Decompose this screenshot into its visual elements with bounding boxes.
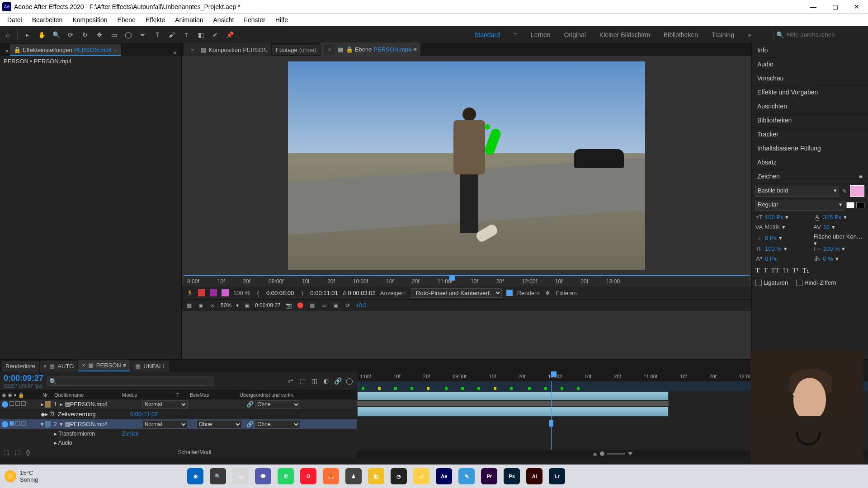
menu-animation[interactable]: Animation (170, 15, 208, 24)
safe-icon[interactable]: ▣ (332, 302, 340, 309)
panel-menu-icon[interactable]: ≡ (859, 173, 863, 180)
panel-info[interactable]: Info (752, 43, 868, 57)
taskbar-app1-icon[interactable]: ♟ (345, 468, 362, 484)
in-point-value[interactable]: 0:00:08:00 (266, 290, 294, 296)
font-style-select[interactable]: Regular ▾ (755, 200, 844, 211)
workspace-kleiner[interactable]: Kleiner Bildschirm (599, 31, 650, 38)
tab-person[interactable]: × ▦ PERSON ≡ (78, 360, 130, 371)
zoom-value[interactable]: 50% (221, 302, 231, 309)
kerning-value[interactable]: Metrik (765, 224, 780, 230)
taskbar-teams-icon[interactable]: 💬 (255, 468, 271, 484)
minimize-button[interactable]: — (809, 3, 818, 10)
zoom-tool-icon[interactable]: 🔍 (51, 30, 61, 40)
panel-tracker[interactable]: Tracker (752, 127, 868, 141)
grid-icon[interactable]: ▦ (309, 302, 316, 309)
trkmat-select[interactable]: Ohne (197, 420, 242, 428)
taskbar-lightroom-icon[interactable]: Lr (549, 468, 565, 484)
panel-bibliotheken[interactable]: Bibliotheken (752, 113, 868, 127)
orbit-tool-icon[interactable]: ⟳ (66, 30, 75, 40)
red-swatch-icon[interactable] (198, 289, 205, 296)
tab-footage[interactable]: Footage (ohne) (272, 45, 320, 55)
exposure-value[interactable]: +0,0 (356, 302, 367, 309)
audio-row[interactable]: ▸ Audio (0, 438, 357, 447)
close-icon[interactable]: × (187, 45, 198, 55)
video-preview[interactable] (288, 61, 645, 270)
menu-ebene[interactable]: Ebene (113, 15, 140, 24)
footer-timecode[interactable]: 0:00:09:27 (255, 302, 281, 309)
brush-tool-icon[interactable]: 🖌 (167, 30, 177, 40)
tab-ebene[interactable]: × ▦ 🔒 Ebene PERSON.mp4 ≡ (321, 42, 420, 57)
bold-button[interactable]: T (755, 267, 760, 275)
in-bracket-icon[interactable]: { (255, 289, 262, 296)
menu-hilfe[interactable]: Hilfe (271, 15, 292, 24)
guides-icon[interactable]: ▭ (321, 302, 328, 309)
taskbar-obs-icon[interactable]: ◔ (391, 468, 407, 484)
eraser-tool-icon[interactable]: ◧ (196, 30, 206, 40)
tab-effekteinstellungen[interactable]: 🔒 Effekteinstellungen PERSON.mp4 ≡ (10, 44, 121, 56)
channel-icon[interactable]: ◉ (197, 302, 204, 309)
maximize-button[interactable]: ▢ (830, 3, 840, 10)
menu-datei[interactable]: Datei (3, 15, 27, 24)
menu-bearbeiten[interactable]: Bearbeiten (28, 15, 67, 24)
anchor-tool-icon[interactable]: ✥ (94, 30, 104, 40)
tsume-value[interactable]: 0 % (823, 255, 833, 262)
out-point-value[interactable]: 0:00:11:01 (310, 290, 338, 296)
workspace-standard[interactable]: Standard (474, 31, 500, 38)
panel-audio[interactable]: Audio (752, 57, 868, 71)
clip-time-remap[interactable] (357, 401, 669, 406)
purple-swatch-icon[interactable] (210, 289, 217, 296)
comp-flow-icon[interactable]: ⇄ (287, 377, 294, 385)
playhead-handle-icon[interactable] (549, 420, 553, 427)
timeline-search-input[interactable]: 🔍 (47, 376, 214, 386)
visibility-icon[interactable] (2, 421, 8, 427)
tab-close-icon[interactable]: × (2, 46, 9, 56)
fill-icon[interactable] (846, 202, 854, 208)
snapshot-icon[interactable]: 📷 (285, 302, 292, 309)
stroke-icon[interactable] (856, 202, 864, 208)
shy-icon[interactable]: ◫ (311, 377, 318, 385)
eyedropper-icon[interactable]: ✎ (841, 188, 848, 195)
time-icon[interactable]: ⟳ (344, 302, 351, 309)
panel-contentfill[interactable]: Inhaltsbasierte Füllung (752, 141, 868, 155)
switches-modes-toggle[interactable]: Schalter/Modi (178, 449, 211, 455)
home-icon[interactable]: ⌂ (3, 30, 13, 40)
taskbar-firefox-icon[interactable]: 🦊 (323, 468, 339, 484)
parent-select[interactable]: Ohne (255, 400, 300, 408)
clip-layer-2[interactable] (357, 407, 669, 417)
clone-tool-icon[interactable]: ⍑ (181, 30, 191, 40)
stroke-mode-select[interactable]: Fläche über Kon… ▾ (814, 233, 865, 242)
menu-ansicht[interactable]: Ansicht (209, 15, 239, 24)
motion-blur-icon[interactable]: ◐ (322, 377, 330, 385)
workspace-more-icon[interactable]: » (748, 31, 751, 38)
subscript-button[interactable]: T₁ (802, 267, 809, 275)
leading-value[interactable]: 325 Px (823, 214, 841, 221)
resolution-icon[interactable]: ▣ (243, 302, 250, 309)
current-time-display[interactable]: 0:00:09:27 (4, 374, 43, 383)
taskbar-illustrator-icon[interactable]: Ai (526, 468, 542, 484)
clip-layer-1[interactable] (357, 391, 669, 400)
taskbar-whatsapp-icon[interactable]: ✆ (278, 468, 294, 484)
ligatures-checkbox[interactable]: Ligaturen (755, 279, 788, 286)
hand-tool-icon[interactable]: ✋ (37, 30, 47, 40)
panel-vorschau[interactable]: Vorschau (752, 71, 868, 85)
tab-auto[interactable]: × ▦ AUTO (40, 361, 77, 371)
transform-reset[interactable]: Zurück (122, 431, 139, 437)
playhead-icon[interactable] (551, 371, 557, 377)
font-family-select[interactable]: Bastile bold ▾ (755, 186, 839, 197)
workspace-training[interactable]: Training (712, 31, 734, 38)
help-search-input[interactable] (787, 31, 859, 38)
freeze-icon[interactable]: ❄ (544, 289, 552, 296)
time-remap-value[interactable]: 0:00:11:02 (130, 411, 158, 418)
ellipse-tool-icon[interactable]: ◯ (123, 30, 133, 40)
taskbar-premiere-icon[interactable]: Pr (481, 468, 497, 484)
out-bracket-icon[interactable]: } (298, 289, 306, 296)
workspace-lernen[interactable]: Lernen (531, 31, 551, 38)
tracking-value[interactable]: 10 (823, 224, 830, 230)
mode-select[interactable]: Normal (142, 400, 188, 408)
visibility-icon[interactable] (2, 401, 8, 408)
panel-effekte[interactable]: Effekte und Vorgaben (752, 85, 868, 99)
type-tool-icon[interactable]: T (152, 30, 162, 40)
tab-unfall[interactable]: ▦ UNFALL (131, 361, 169, 371)
panel-ausrichten[interactable]: Ausrichten (752, 99, 868, 113)
toggle3-icon[interactable]: {} (24, 449, 32, 456)
